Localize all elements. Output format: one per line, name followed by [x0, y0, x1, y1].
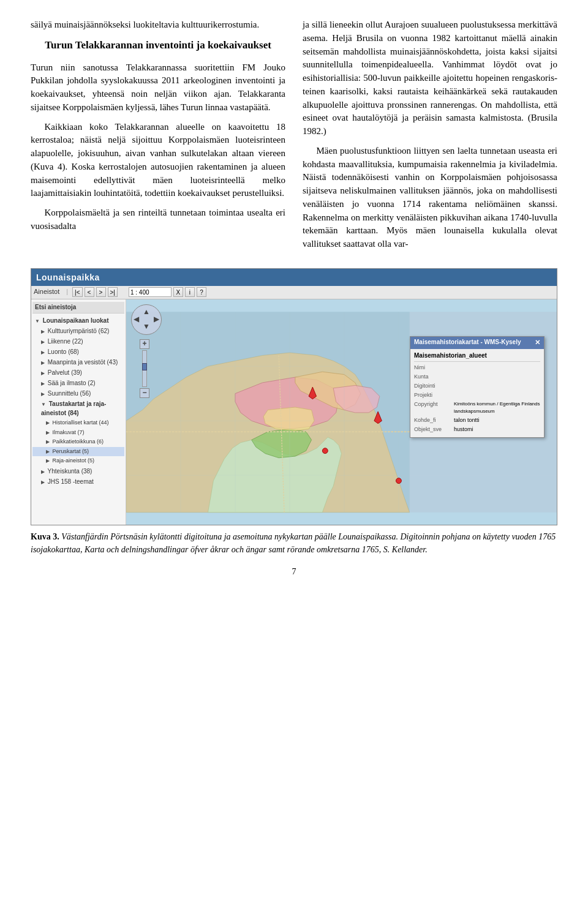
map-area[interactable]: ▲ ▼ ◀ ▶ + − — [126, 299, 557, 525]
page-number: 7 — [31, 566, 557, 578]
arrow-icon: ▶ — [41, 391, 45, 398]
svg-point-26 — [322, 448, 328, 453]
column-right: ja sillä lieneekin ollut Aurajoen suualu… — [303, 18, 557, 257]
toolbar-btn-first[interactable]: |< — [72, 287, 82, 297]
popup-row-copyright: Copyright Kimitoöns kommun / Egentliga F… — [414, 400, 540, 415]
popup-val-kohde-fi: talon tontti — [454, 416, 480, 424]
arrow-icon: ▶ — [41, 380, 45, 388]
popup-title-bar: Maisemahistoriakartat - WMS-Kysely ✕ — [410, 337, 544, 349]
tree-item-luonto[interactable]: ▶ Luonto (68) — [32, 347, 124, 357]
app-body: Etsi aineistoja ▼ Lounaispaikaan luokat … — [31, 299, 557, 525]
popup-body: Maisemahistorian_alueet Nimi Kunta Digit… — [410, 349, 544, 437]
nav-down-arrow[interactable]: ▼ — [143, 321, 150, 332]
popup-key-projekti: Projekti — [414, 391, 454, 399]
nav-right-arrow[interactable]: ▶ — [154, 314, 159, 325]
page-wrapper: säilyä muinaisjäännökseksi luokiteltavia… — [0, 0, 588, 603]
sidebar-title: Etsi aineistoja — [32, 302, 124, 314]
toolbar-sep: | — [66, 287, 68, 297]
arrow-icon: ▶ — [41, 370, 45, 377]
arrow-icon: ▶ — [46, 457, 50, 465]
tree-item-raja[interactable]: ▶ Raja-aineistot (5) — [32, 456, 124, 466]
tree-item-hist-kartat[interactable]: ▶ Historialliset kartat (44) — [32, 418, 124, 428]
arrow-icon: ▶ — [41, 349, 45, 356]
popup-row-nimi: Nimi — [414, 364, 540, 372]
para-right-2: Mäen puolustusfunktioon liittyen sen lae… — [303, 145, 557, 251]
arrow-icon: ▶ — [46, 429, 50, 437]
arrow-icon: ▶ — [41, 339, 45, 346]
nav-circle: ▲ ▼ ◀ ▶ — [131, 304, 162, 335]
popup-val-copyright: Kimitoöns kommun / Egentliga Finlands la… — [454, 400, 540, 415]
popup-row-digitointi: Digitointi — [414, 382, 540, 390]
popup-close-button[interactable]: ✕ — [535, 338, 540, 348]
zoom-track — [142, 350, 147, 387]
lounaispaikka-app: Lounaispaikka Aineistot | |< < > >| X i … — [31, 268, 557, 525]
popup-key-copyright: Copyright — [414, 400, 454, 415]
figure-label: Kuva 3. — [31, 532, 59, 541]
arrow-icon: ▶ — [46, 438, 50, 446]
tree-item-palvelut[interactable]: ▶ Palvelut (39) — [32, 367, 124, 378]
para-kulttuuri: säilyä muinaisjäännökseksi luokiteltavia… — [31, 18, 285, 32]
arrow-icon: ▼ — [41, 401, 46, 408]
para-right-1: ja sillä lieneekin ollut Aurajoen suualu… — [303, 18, 557, 138]
para-korppolaismalta: Korppolaismäeltä ja sen rinteiltä tunnet… — [31, 206, 285, 233]
tree-item-kulttuuriymparisto[interactable]: ▶ Kulttuuriympäristö (62) — [32, 326, 124, 336]
arrow-icon: ▶ — [46, 419, 50, 427]
arrow-icon: ▶ — [41, 468, 45, 476]
toolbar-btn-info[interactable]: i — [185, 287, 195, 297]
para-kaikkiaan: Kaikkiaan koko Telakkarannan alueelle on… — [31, 121, 285, 201]
zoom-out-button[interactable]: − — [140, 388, 149, 398]
column-left: säilyä muinaisjäännökseksi luokiteltavia… — [31, 18, 285, 257]
zoom-control: + − — [140, 339, 149, 398]
toolbar-btn-x[interactable]: X — [173, 287, 183, 297]
tree-item-ilmakuvat[interactable]: ▶ Ilmakuvat (7) — [32, 428, 124, 438]
popup-key-kunta: Kunta — [414, 373, 454, 381]
zoom-thumb[interactable] — [142, 363, 147, 370]
svg-point-27 — [396, 478, 401, 483]
toolbar-btn-prev[interactable]: < — [85, 287, 94, 297]
popup-val-objekt-sve: hustomi — [454, 426, 473, 434]
tree-item-peruskartat[interactable]: ▶ Peruskartat (5) — [32, 447, 124, 457]
popup-title-text: Maisemahistoriakartat - WMS-Kysely — [414, 338, 521, 347]
scale-input[interactable] — [129, 287, 172, 297]
figure-caption-text: Västanfjärdin Pörtsnäsin kylätontti digi… — [31, 532, 556, 554]
nav-control: ▲ ▼ ◀ ▶ — [131, 304, 162, 335]
two-column-layout: säilyä muinaisjäännökseksi luokiteltavia… — [31, 18, 557, 257]
arrow-icon: ▶ — [41, 479, 45, 486]
tree-item-maanpinta[interactable]: ▶ Maanpinta ja vesistöt (43) — [32, 357, 124, 367]
arrow-icon: ▶ — [46, 448, 50, 456]
tree-item-suunnittelu[interactable]: ▶ Suunnittelu (56) — [32, 388, 124, 399]
popup-key-digitointi: Digitointi — [414, 382, 454, 390]
arrow-icon: ▼ — [35, 318, 40, 325]
section-heading: Turun Telakkarannan inventointi ja koeka… — [31, 38, 285, 53]
app-header: Lounaispaikka — [31, 269, 557, 286]
sidebar: Etsi aineistoja ▼ Lounaispaikaan luokat … — [31, 299, 126, 525]
popup-row-kunta: Kunta — [414, 373, 540, 381]
nav-up-arrow[interactable]: ▲ — [143, 307, 150, 317]
tree-item-liikenne[interactable]: ▶ Liikenne (22) — [32, 336, 124, 347]
arrow-icon: ▶ — [41, 359, 45, 367]
popup-row-kohde-fi: Kohde_fi talon tontti — [414, 416, 540, 424]
toolbar-btn-next[interactable]: > — [96, 287, 106, 297]
app-title: Lounaispaikka — [36, 271, 100, 284]
popup-key-nimi: Nimi — [414, 364, 454, 372]
toolbar: Aineistot | |< < > >| X i ? — [31, 286, 557, 299]
tree-item-jhs[interactable]: ▶ JHS 158 -teemat — [32, 476, 124, 487]
toolbar-btn-help[interactable]: ? — [197, 287, 206, 297]
tree-item-yhteiskunta[interactable]: ▶ Yhteiskunta (38) — [32, 466, 124, 476]
tree-item-paikkatietoikkuna[interactable]: ▶ Paikkatietoikkuna (6) — [32, 437, 124, 447]
wms-popup: Maisemahistoriakartat - WMS-Kysely ✕ Mai… — [410, 336, 545, 438]
tree-item-main[interactable]: ▼ Lounaispaikaan luokat — [32, 315, 124, 326]
toolbar-label: Aineistot — [34, 287, 59, 297]
tree-item-saa[interactable]: ▶ Sää ja ilmasto (2) — [32, 378, 124, 388]
tree-item-taustakartat[interactable]: ▼ Taustakartat ja raja-aineistot (84) — [32, 399, 124, 418]
zoom-in-button[interactable]: + — [140, 339, 149, 349]
popup-key-kohde-fi: Kohde_fi — [414, 416, 454, 424]
map-section: Lounaispaikka Aineistot | |< < > >| X i … — [31, 268, 557, 556]
arrow-icon: ▶ — [41, 328, 45, 336]
popup-row-projekti: Projekti — [414, 391, 540, 399]
nav-left-arrow[interactable]: ◀ — [134, 314, 139, 325]
para-inventointi: Turun niin sanotussa Telakkarannassa suo… — [31, 61, 285, 115]
popup-key-objekt-sve: Objekt_sve — [414, 426, 454, 434]
toolbar-btn-last[interactable]: >| — [108, 287, 118, 297]
popup-subtitle: Maisemahistorian_alueet — [414, 351, 540, 362]
